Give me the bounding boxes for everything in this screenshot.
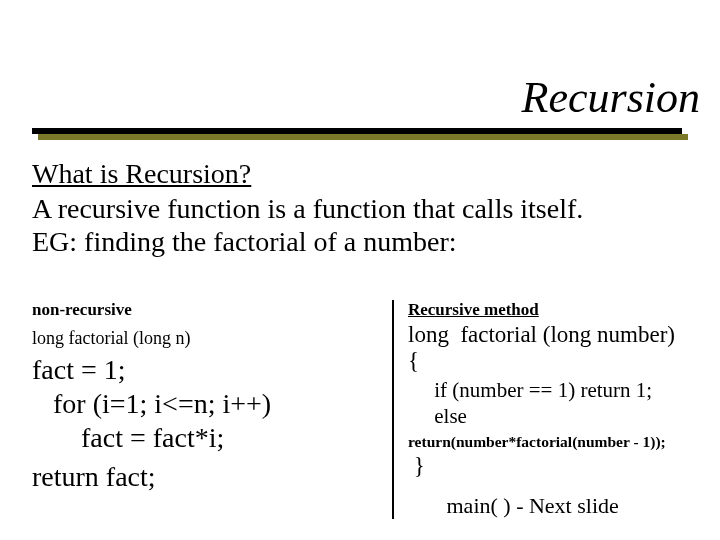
recursive-label: Recursive method (408, 300, 700, 320)
slide: Recursion What is Recursion? A recursive… (0, 0, 720, 540)
title-rule-shadow (38, 134, 688, 140)
recursive-return-line: return(number*factorial(number - 1)); (408, 433, 700, 451)
nonrecursive-code: fact = 1; for (i=1; i<=n; i++) fact = fa… (32, 353, 382, 455)
example-intro: EG: finding the factorial of a number: (32, 225, 700, 258)
recursive-close-brace: } (408, 453, 700, 479)
nonrecursive-return: return fact; (32, 461, 382, 493)
definition-text: A recursive function is a function that … (32, 192, 700, 225)
title-rule (32, 128, 682, 134)
recursive-signature: long factorial (long number) { (408, 322, 700, 375)
column-nonrecursive: non-recursive long factorial (long n) fa… (32, 300, 392, 519)
nonrecursive-label: non-recursive (32, 300, 382, 320)
section-heading: What is Recursion? (32, 158, 700, 190)
nonrecursive-signature: long factorial (long n) (32, 328, 382, 349)
body: What is Recursion? A recursive function … (32, 158, 700, 258)
slide-title: Recursion (0, 72, 710, 123)
two-columns: non-recursive long factorial (long n) fa… (32, 300, 700, 519)
recursive-body: if (number == 1) return 1; else (408, 377, 700, 430)
column-recursive: Recursive method long factorial (long nu… (392, 300, 700, 519)
next-slide-note: main( ) - Next slide (408, 493, 700, 519)
